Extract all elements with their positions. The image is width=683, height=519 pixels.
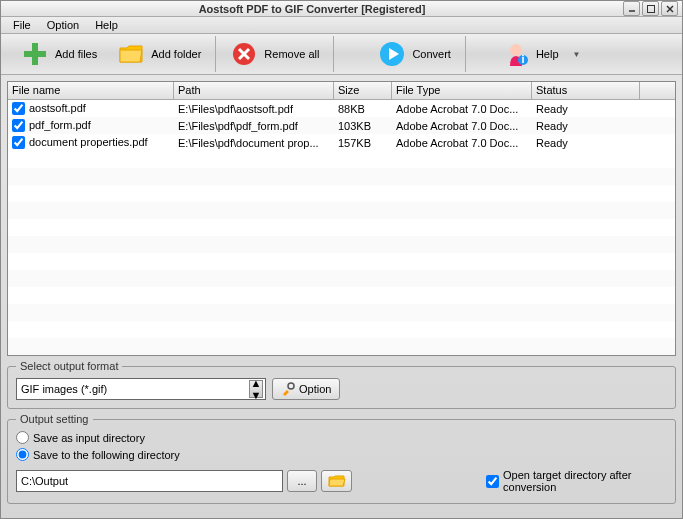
format-selected: GIF images (*.gif) (21, 383, 107, 395)
save-input-label: Save as input directory (33, 432, 145, 444)
svg-rect-5 (24, 51, 46, 57)
open-target-checkbox[interactable] (486, 475, 499, 488)
cell-filename: pdf_form.pdf (29, 119, 91, 131)
content-area: File name Path Size File Type Status aos… (1, 75, 682, 518)
remove-all-button[interactable]: Remove all (220, 34, 329, 74)
menu-help[interactable]: Help (87, 17, 126, 33)
menubar: File Option Help (1, 17, 682, 34)
help-label: Help (536, 48, 559, 60)
add-files-label: Add files (55, 48, 97, 60)
help-button[interactable]: i Help ▼ (492, 34, 591, 74)
cell-filetype: Adobe Acrobat 7.0 Doc... (392, 136, 532, 150)
cell-filename: document properties.pdf (29, 136, 148, 148)
col-size[interactable]: Size (334, 82, 392, 99)
cell-path: E:\Files\pdf\aostsoft.pdf (174, 102, 334, 116)
titlebar: Aostsoft PDF to GIF Converter [Registere… (1, 1, 682, 17)
col-filename[interactable]: File name (8, 82, 174, 99)
table-row[interactable]: document properties.pdf E:\Files\pdf\doc… (8, 134, 675, 151)
row-checkbox[interactable] (12, 119, 25, 132)
save-input-radio[interactable] (16, 431, 29, 444)
list-body[interactable]: aostsoft.pdf E:\Files\pdf\aostsoft.pdf 8… (8, 100, 675, 355)
remove-icon (230, 40, 258, 68)
toolbar: Add files Add folder Remove all Convert (1, 34, 682, 75)
convert-button[interactable]: Convert (368, 34, 461, 74)
menu-option[interactable]: Option (39, 17, 87, 33)
svg-point-11 (510, 44, 522, 56)
row-checkbox[interactable] (12, 136, 25, 149)
format-select[interactable]: GIF images (*.gif) ▲▼ (16, 378, 266, 400)
plus-icon (21, 40, 49, 68)
cell-filetype: Adobe Acrobat 7.0 Doc... (392, 102, 532, 116)
cell-size: 88KB (334, 102, 392, 116)
output-path-input[interactable]: C:\Output (16, 470, 283, 492)
convert-label: Convert (412, 48, 451, 60)
separator (465, 36, 466, 72)
output-format-group: Select output format GIF images (*.gif) … (7, 360, 676, 409)
open-folder-button[interactable] (321, 470, 352, 492)
svg-text:i: i (521, 53, 524, 65)
cell-path: E:\Files\pdf\pdf_form.pdf (174, 119, 334, 133)
svg-point-14 (288, 383, 294, 389)
help-icon: i (502, 40, 530, 68)
chevron-down-icon: ▼ (573, 50, 581, 59)
cell-status: Ready (532, 119, 640, 133)
option-label: Option (299, 383, 331, 395)
maximize-button[interactable] (642, 1, 659, 16)
cell-path: E:\Files\pdf\document prop... (174, 136, 334, 150)
table-row[interactable]: aostsoft.pdf E:\Files\pdf\aostsoft.pdf 8… (8, 100, 675, 117)
open-target-label: Open target directory after conversion (503, 469, 667, 493)
cell-filename: aostsoft.pdf (29, 102, 86, 114)
col-filetype[interactable]: File Type (392, 82, 532, 99)
col-status[interactable]: Status (532, 82, 640, 99)
empty-rows (8, 151, 675, 355)
output-format-legend: Select output format (16, 360, 122, 372)
add-folder-label: Add folder (151, 48, 201, 60)
cell-status: Ready (532, 102, 640, 116)
col-path[interactable]: Path (174, 82, 334, 99)
row-checkbox[interactable] (12, 102, 25, 115)
window-title: Aostsoft PDF to GIF Converter [Registere… (1, 3, 623, 15)
minimize-button[interactable] (623, 1, 640, 16)
list-header: File name Path Size File Type Status (8, 82, 675, 100)
spinner-arrows-icon: ▲▼ (249, 380, 263, 398)
save-following-radio[interactable] (16, 448, 29, 461)
menu-file[interactable]: File (5, 17, 39, 33)
tools-icon (281, 382, 295, 396)
cell-size: 103KB (334, 119, 392, 133)
play-icon (378, 40, 406, 68)
output-setting-group: Output setting Save as input directory S… (7, 413, 676, 504)
remove-all-label: Remove all (264, 48, 319, 60)
app-window: Aostsoft PDF to GIF Converter [Registere… (0, 0, 683, 519)
cell-filetype: Adobe Acrobat 7.0 Doc... (392, 119, 532, 133)
window-controls (623, 1, 682, 16)
file-list: File name Path Size File Type Status aos… (7, 81, 676, 356)
separator (215, 36, 216, 72)
save-following-label: Save to the following directory (33, 449, 180, 461)
add-files-button[interactable]: Add files (11, 34, 107, 74)
close-button[interactable] (661, 1, 678, 16)
cell-size: 157KB (334, 136, 392, 150)
browse-button[interactable]: ... (287, 470, 318, 492)
ellipsis-icon: ... (297, 475, 306, 487)
add-folder-button[interactable]: Add folder (107, 34, 211, 74)
separator (333, 36, 334, 72)
option-button[interactable]: Option (272, 378, 340, 400)
output-setting-legend: Output setting (16, 413, 93, 425)
folder-open-icon (328, 474, 346, 488)
table-row[interactable]: pdf_form.pdf E:\Files\pdf\pdf_form.pdf 1… (8, 117, 675, 134)
folder-icon (117, 40, 145, 68)
svg-rect-1 (647, 5, 654, 12)
cell-status: Ready (532, 136, 640, 150)
